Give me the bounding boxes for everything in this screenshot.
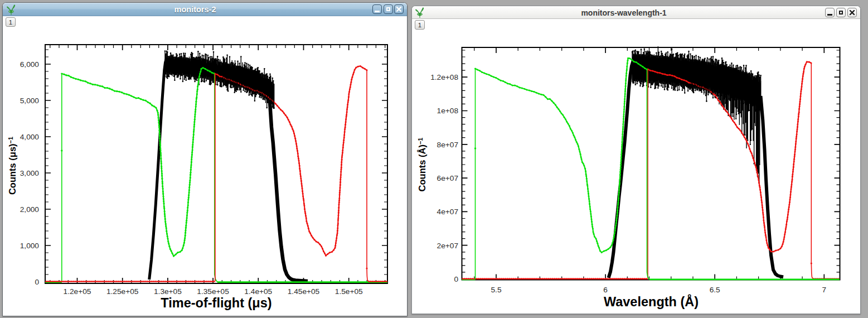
svg-text:1.25e+05: 1.25e+05	[106, 287, 139, 296]
svg-text:1,000: 1,000	[20, 242, 40, 250]
svg-text:1.45e+05: 1.45e+05	[288, 287, 320, 296]
svg-text:1.2e+05: 1.2e+05	[64, 287, 91, 296]
svg-text:0: 0	[35, 278, 39, 286]
svg-text:Counts (Å)−1: Counts (Å)−1	[417, 138, 427, 192]
svg-text:6: 6	[603, 286, 608, 294]
svg-text:Counts (μs)−1: Counts (μs)−1	[7, 137, 17, 195]
svg-text:2,000: 2,000	[20, 205, 40, 214]
svg-text:4e+07: 4e+07	[437, 208, 458, 216]
svg-text:Time-of-flight (μs): Time-of-flight (μs)	[161, 296, 271, 310]
svg-text:1.2e+08: 1.2e+08	[430, 73, 458, 81]
svg-text:6.5: 6.5	[710, 286, 720, 294]
svg-text:1e+08: 1e+08	[437, 107, 459, 115]
svg-text:3,000: 3,000	[20, 169, 40, 177]
svg-text:1.35e+05: 1.35e+05	[197, 287, 229, 296]
svg-text:6e+07: 6e+07	[437, 174, 458, 182]
svg-text:6,000: 6,000	[20, 60, 40, 69]
svg-text:7: 7	[822, 286, 826, 294]
svg-text:1.4e+05: 1.4e+05	[244, 287, 272, 296]
svg-text:5.5: 5.5	[491, 286, 501, 294]
svg-text:8e+07: 8e+07	[437, 141, 458, 149]
svg-text:0: 0	[454, 275, 458, 283]
svg-text:1.5e+05: 1.5e+05	[335, 287, 363, 296]
svg-text:2e+07: 2e+07	[437, 242, 458, 250]
svg-text:1.3e+05: 1.3e+05	[154, 287, 182, 296]
svg-text:5,000: 5,000	[20, 97, 40, 105]
svg-text:4,000: 4,000	[20, 133, 40, 141]
svg-text:Wavelength (Å): Wavelength (Å)	[604, 294, 699, 309]
